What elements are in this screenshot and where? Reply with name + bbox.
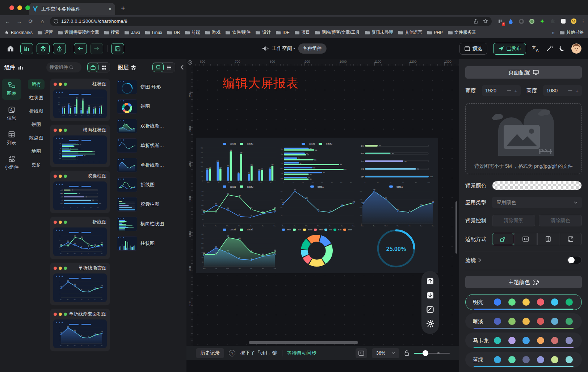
bookmark-item[interactable]: 网站/博客/文章/工具 [315,29,360,35]
category-item[interactable]: 地图 [28,146,45,156]
single-view-toggle[interactable] [87,63,98,72]
browser-tab[interactable]: 工作空间-各种组件 × [29,3,115,15]
detail-drawer-button[interactable] [53,43,66,54]
close-window-button[interactable] [9,5,14,10]
redo-button[interactable] [90,43,103,54]
bookmarks-overflow-icon[interactable]: » [552,30,555,35]
extension-icon-dark-circle[interactable] [518,18,525,25]
component-card[interactable]: 单折线渐变图0501001502001202001508070110130Mon… [50,263,110,305]
extension-icon-blue-drop[interactable] [507,18,514,25]
dashboard-chart-donut[interactable]: MonTueWedThuFriSatSun [278,227,356,269]
bookmark-item[interactable]: 近期需要读的文章 [58,29,99,35]
user-avatar[interactable] [571,43,581,54]
toggle-guides-button[interactable] [186,59,193,66]
publish-button[interactable]: 已发布 [493,43,526,55]
bookmark-item[interactable]: Linux [145,30,162,35]
dashboard-chart-bar-horizontal[interactable]: data1data2Sun130160Sat110117Fri70155Thu8… [278,141,356,184]
tab-close-icon[interactable]: × [109,6,112,12]
app-type-select[interactable]: 应用颜色 [492,197,582,208]
component-card[interactable]: 横向柱状图Sun130160Sat110117Fri70155Thu80288W… [50,125,110,167]
canvas-horizontal-scrollbar[interactable] [249,341,358,344]
save-button[interactable] [111,43,124,54]
list-view-toggle[interactable] [164,63,175,72]
bookmarks-star-item[interactable]: Bookmarks [4,30,33,35]
filter-toggle[interactable] [567,256,582,264]
fit-stretch-button[interactable] [560,233,582,245]
bookmark-item[interactable]: 项目 [294,29,310,35]
bookmark-star-icon[interactable] [483,18,488,24]
clear-background-button[interactable]: 清除背景 [492,215,535,226]
category-item[interactable]: 散点图 [26,133,47,143]
history-button[interactable]: 历史记录 [196,348,224,358]
app-home-icon[interactable] [7,45,14,52]
height-minus-button[interactable]: — [568,88,572,94]
component-card[interactable]: 胶囊柱图厦门20南阳40北京60上海80新疆100020406080100 [50,171,110,213]
dashboard-chart-line-area-single[interactable]: data10501001502001202001508070110130MonT… [357,184,435,227]
layer-item[interactable]: 单折线渐… [113,136,186,155]
bookmark-item[interactable]: Java [124,30,140,35]
lock-open-icon[interactable] [404,350,410,356]
back-icon[interactable]: ← [4,18,12,24]
dark-mode-moon-icon[interactable] [559,45,566,52]
reload-icon[interactable]: ⟳ [27,18,35,25]
layer-item[interactable]: 折线图 [113,175,186,195]
export-button[interactable] [426,291,434,299]
grid-view-toggle[interactable] [98,63,110,72]
theme-row-马卡龙[interactable]: 马卡龙 [465,333,582,348]
sidebar-nav-小组件[interactable]: 小组件 [2,152,21,174]
language-switch-icon[interactable]: 文 A [532,45,540,52]
dashboard-chart-line-area-dual[interactable]: data1data2050100150200250300350120200150… [199,227,277,269]
layer-item[interactable]: 饼图-环形 [113,77,186,97]
dashboard-chart-capsule[interactable]: 厦门20南阳40北京60上海80新疆100020406080100 [357,141,435,184]
thumbnail-view-toggle[interactable] [152,63,164,72]
fit-width-button[interactable] [514,233,537,245]
preview-button[interactable]: 预览 [459,43,487,55]
height-stepper[interactable]: 1080 —+ [543,85,582,96]
minimize-window-button[interactable] [17,5,22,10]
extension-icon-white-rect[interactable] [560,18,567,25]
components-drawer-button[interactable] [20,43,33,54]
bookmark-item[interactable]: 文件服务器 [448,29,476,35]
extension-icon-green-burst[interactable] [539,18,546,25]
bookmark-item[interactable]: 设计 [255,29,271,35]
page-name-pill[interactable]: 各种组件 [298,43,326,54]
bookmark-item[interactable]: 运营 [37,29,53,35]
big-screen-title-element[interactable]: 编辑大屏报表 [223,75,299,92]
bookmark-item[interactable]: 资讯未整理 [365,29,393,35]
sidebar-nav-图表[interactable]: 图表 [2,79,21,100]
dashboard-chart-bar-grouped[interactable]: data1data2050100150200250300350120200150… [199,141,277,184]
layer-item[interactable]: 饼图 [113,97,186,116]
home-icon[interactable]: ⌂ [38,18,46,24]
other-bookmarks-folder[interactable]: 其他书签 [559,29,584,35]
settings-gear-button[interactable] [426,319,434,328]
dashboard-chart-line-dual[interactable]: data1data2050100150200250300350120200150… [199,184,277,227]
width-minus-button[interactable]: — [507,88,511,94]
zoom-slider-knob[interactable] [423,350,428,356]
clear-color-button[interactable]: 清除颜色 [539,215,582,226]
dashboard-chart-line-single[interactable]: data10501001502001202001508070110130MonT… [278,184,356,227]
editor-canvas[interactable]: 6007008009001000110012001300 20030040050… [186,59,459,372]
theme-row-明亮[interactable]: 明亮 [465,294,582,310]
url-text[interactable]: 127.0.0.1:3000/#/chart/home/9 [61,18,127,24]
layers-drawer-button[interactable] [37,43,50,54]
bookmark-item[interactable]: IDE [276,30,290,35]
zoom-select[interactable]: 36% [372,348,399,358]
search-input[interactable]: 搜索组件 [46,62,81,72]
forward-icon[interactable]: → [15,18,23,24]
maximize-window-button[interactable] [25,5,30,10]
notes-panel-button[interactable] [356,348,367,358]
width-stepper[interactable]: 1920 —+ [482,85,521,96]
height-plus-button[interactable]: + [575,88,579,94]
share-icon[interactable] [473,19,478,24]
window-controls[interactable] [9,5,30,10]
extensions-puzzle-icon[interactable] [549,18,556,25]
bookmark-item[interactable]: DB [167,30,180,35]
dashboard-chart-ring[interactable]: 25.00% [357,227,435,269]
new-tab-button[interactable]: + [121,4,125,13]
background-upload-dropzone[interactable]: 背景图需小于 5M ，格式为 png/jpg/gif 的文件 [465,103,582,174]
extension-icon-green-circle[interactable] [528,18,535,25]
extension-icon-gray[interactable]: 9 [497,18,504,25]
import-button[interactable] [426,277,434,285]
sidebar-nav-信息[interactable]: A信息 [2,103,21,125]
collapse-panel-icon[interactable] [180,65,184,70]
